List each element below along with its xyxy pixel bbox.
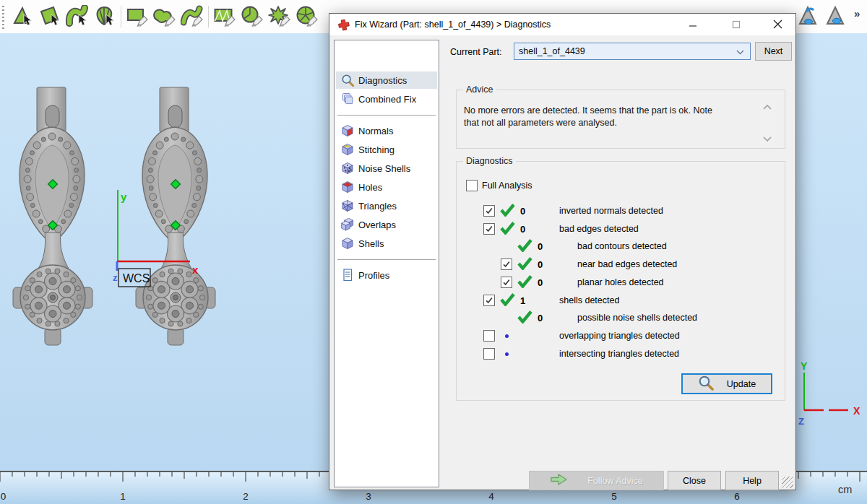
wizard-page-shells[interactable]: Shells	[336, 235, 437, 252]
wizard-pages-pane: DiagnosticsCombined Fix Normals Stitchin…	[334, 40, 439, 487]
cone-mark-tool-a-icon[interactable]	[795, 3, 822, 30]
cube-wire-icon	[340, 199, 355, 212]
wizard-page-diagnostics[interactable]: Diagnostics	[336, 71, 437, 89]
diagnostic-label: near bad edges detected	[577, 259, 677, 269]
diagnostic-checkbox-4[interactable]	[501, 277, 512, 288]
mark-star-tool-icon[interactable]	[266, 3, 293, 30]
help-button[interactable]: Help	[725, 471, 779, 490]
advice-text: No more errors are detected. It seems th…	[464, 105, 754, 129]
mark-window-triangles-tool-icon[interactable]	[211, 3, 238, 30]
diagnostic-checkbox-1[interactable]	[483, 223, 495, 235]
select-surfaces-tool-icon[interactable]	[64, 3, 91, 30]
wizard-page-overlaps[interactable]: Overlaps	[336, 216, 437, 233]
toolbar-overflow-chevron[interactable]: »	[854, 7, 860, 19]
ruler-number: 0	[1, 491, 7, 502]
cube-overlap-icon	[340, 218, 355, 231]
mark-freeform-tool-icon[interactable]	[151, 3, 178, 30]
dialog-titlebar[interactable]: Fix Wizard (Part: shell_1_of_4439) > Dia…	[329, 14, 795, 35]
select-planes-tool-icon[interactable]	[36, 3, 64, 30]
follow-advice-button[interactable]: Follow Advice	[529, 471, 664, 490]
mark-pie-tool-icon[interactable]	[293, 3, 321, 30]
pending-dot-icon	[505, 352, 509, 356]
diagnostic-count: 0	[538, 313, 543, 323]
green-check-icon	[500, 204, 515, 220]
pending-dot-icon	[505, 334, 509, 338]
current-part-combobox[interactable]: shell_1_of_4439	[514, 43, 751, 60]
mark-brush-tool-icon[interactable]	[238, 3, 266, 30]
close-button[interactable]: Close	[668, 471, 721, 490]
diagnostic-checkbox-0[interactable]	[483, 205, 495, 217]
diagnostics-groupbox: Diagnostics Full Analysis 0inverted norm…	[456, 161, 785, 401]
close-window-button[interactable]	[762, 14, 794, 35]
diagnostic-checkbox-8[interactable]	[483, 348, 495, 360]
dialog-title: Fix Wizard (Part: shell_1_of_4439) > Dia…	[355, 19, 551, 30]
resize-grip[interactable]	[782, 477, 793, 488]
update-button-label: Update	[727, 379, 756, 389]
update-button[interactable]: Update	[681, 373, 772, 394]
green-check-icon	[517, 310, 532, 326]
diagnostic-label: overlapping triangles detected	[559, 331, 680, 341]
toolbar-drag-handle[interactable]	[2, 6, 4, 29]
wizard-page-label: Triangles	[358, 201, 397, 212]
wizard-page-combined-fix[interactable]: Combined Fix	[336, 90, 437, 108]
magnifier-icon	[340, 74, 355, 87]
current-part-value: shell_1_of_4439	[514, 46, 736, 56]
current-part-label: Current Part:	[450, 47, 502, 57]
next-part-button[interactable]: Next	[755, 42, 792, 61]
diagnostic-checkbox-5[interactable]	[483, 295, 495, 306]
advice-group-title: Advice	[463, 84, 496, 95]
wizard-page-label: Profiles	[358, 270, 389, 281]
scroll-down-icon[interactable]	[760, 132, 775, 145]
diagnostic-count: 0	[538, 259, 543, 270]
mark-curve-tool-icon[interactable]	[178, 3, 206, 30]
diagnostic-checkbox-7[interactable]	[483, 330, 495, 342]
wizard-page-label: Noise Shells	[358, 163, 410, 174]
diagnostic-label: shells detected	[559, 295, 619, 305]
wizard-page-label: Combined Fix	[358, 94, 416, 105]
wizard-page-profiles[interactable]: Profiles	[336, 266, 437, 284]
select-triangles-tool-icon[interactable]	[9, 3, 36, 30]
wizard-page-triangles[interactable]: Triangles	[336, 197, 437, 214]
cube-red-top-icon	[340, 181, 355, 194]
svg-text:x: x	[192, 264, 199, 276]
cube-red-front-icon	[340, 124, 355, 137]
mark-rectangle-tool-icon[interactable]	[124, 3, 151, 30]
ruler-number: 3	[366, 491, 371, 502]
ruler-number: 1	[120, 491, 126, 502]
cone-mark-tool-b-icon[interactable]	[822, 3, 850, 30]
diagnostic-count: 0	[520, 206, 525, 217]
wizard-page-stitching[interactable]: Stitching	[336, 141, 437, 158]
advice-groupbox: Advice No more errors are detected. It s…	[456, 90, 785, 149]
select-shells-tool-icon[interactable]	[91, 3, 118, 30]
diagnostic-label: intersecting triangles detected	[559, 349, 679, 359]
diagnostic-label: bad edges detected	[559, 224, 639, 234]
diagnostic-checkbox-3[interactable]	[501, 258, 512, 270]
pane-separator	[337, 115, 436, 116]
diagnostic-count: 0	[538, 277, 543, 288]
maximize-button[interactable]	[720, 14, 752, 35]
document-icon	[340, 269, 355, 282]
wizard-page-holes[interactable]: Holes	[336, 178, 437, 196]
wizard-page-label: Diagnostics	[358, 75, 407, 86]
wizard-page-noise-shells[interactable]: Noise Shells	[336, 160, 437, 177]
full-analysis-label: Full Analysis	[482, 181, 532, 191]
svg-text:X: X	[853, 405, 860, 417]
dice-icon	[340, 162, 355, 175]
minimize-button[interactable]	[676, 14, 709, 35]
ruler-unit-label: cm	[838, 484, 852, 495]
stack-icon	[340, 92, 355, 105]
pane-separator	[337, 259, 436, 260]
diagnostic-count: 1	[520, 295, 525, 306]
svg-text:z: z	[113, 272, 118, 283]
follow-advice-label: Follow Advice	[587, 476, 642, 486]
chevron-down-icon	[736, 45, 744, 58]
wizard-page-label: Shells	[358, 238, 384, 249]
ruler-number: 5	[611, 491, 617, 502]
scroll-up-icon[interactable]	[760, 100, 775, 113]
full-analysis-checkbox[interactable]	[466, 180, 478, 191]
green-arrow-icon	[550, 472, 569, 489]
wizard-page-normals[interactable]: Normals	[336, 122, 437, 139]
green-check-icon	[517, 275, 532, 291]
wcs-label: WCS	[123, 272, 150, 284]
advice-scrollbar[interactable]	[760, 99, 775, 147]
